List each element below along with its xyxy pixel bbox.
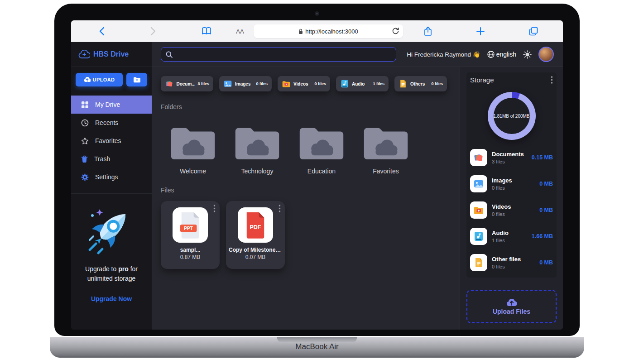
upgrade-text: Upgrade to pro for unlimited storage (85, 264, 138, 283)
folder-icon (169, 124, 216, 161)
chip-documents[interactable]: Docum... 3 files (161, 76, 213, 91)
sidebar-item-my-drive[interactable]: My Drive (71, 96, 152, 114)
file-name: Copy of Milestone 5 ... (229, 247, 282, 253)
cloud-upload-icon (84, 77, 91, 82)
share-button[interactable] (423, 26, 433, 37)
user-greeting: Hi Fredericka Raymond 👋 (407, 51, 480, 58)
webcam-dot (315, 11, 319, 16)
upload-files-dropzone[interactable]: Upload Files (466, 290, 557, 323)
storage-menu-icon[interactable] (551, 76, 553, 84)
files-heading: Files (161, 187, 451, 194)
chip-others[interactable]: Others 0 files (394, 76, 447, 91)
folder-education[interactable]: Education (289, 124, 354, 175)
file-size: 0.07 MB (245, 254, 266, 260)
new-tab-button[interactable] (475, 26, 486, 37)
folders-grid: Welcome Technology Education (161, 124, 451, 175)
pdf-file-icon: PDF (238, 207, 273, 243)
language-selector[interactable]: english (487, 51, 516, 58)
trash-icon (81, 155, 88, 163)
others-icon (470, 254, 487, 271)
audio-icon (470, 228, 487, 245)
upgrade-promo: Upgrade to pro for unlimited storage Upg… (71, 193, 152, 330)
browser-toolbar: AA http://localhost:3000 (71, 20, 563, 42)
file-menu-icon[interactable] (279, 205, 281, 212)
svg-text:PDF: PDF (250, 224, 261, 230)
file-card-ppt[interactable]: PPT sampl... 0.87 MB (161, 201, 220, 269)
upload-files-label: Upload Files (493, 308, 530, 315)
chip-videos[interactable]: Videos 0 files (278, 76, 330, 91)
sidebar-item-label: Favorites (95, 137, 121, 144)
reload-button[interactable] (392, 27, 399, 35)
upload-button-label: UPLOAD (93, 77, 115, 82)
grid-icon (81, 101, 89, 109)
storage-row-videos: Videos 0 files 0 MB (470, 197, 553, 223)
category-chips: Docum... 3 files Images 0 files Videos (161, 76, 451, 91)
folder-plus-icon (133, 77, 141, 83)
tabs-overview-button[interactable] (528, 26, 539, 37)
theme-toggle-sun-icon[interactable] (523, 50, 532, 59)
sidebar-item-label: Recents (95, 119, 118, 126)
others-icon (399, 79, 408, 88)
hbs-drive-app: HBS Drive UPLOAD (71, 42, 563, 330)
upload-button[interactable]: UPLOAD (76, 73, 123, 86)
aa-label: AA (236, 28, 244, 35)
star-icon (81, 137, 89, 145)
folder-icon (234, 124, 281, 161)
folder-favorites[interactable]: Favorites (354, 124, 418, 175)
file-menu-icon[interactable] (213, 205, 216, 212)
lock-icon (298, 29, 303, 34)
url-text: http://localhost:3000 (305, 28, 358, 35)
text-size-button[interactable]: AA (233, 26, 247, 37)
user-avatar[interactable] (538, 47, 554, 62)
back-button[interactable] (96, 26, 107, 37)
chip-audio[interactable]: Audio 1 files (336, 76, 389, 91)
globe-icon (487, 51, 495, 58)
search-box[interactable] (161, 47, 396, 62)
videos-icon (282, 79, 291, 88)
documents-icon (470, 149, 487, 166)
storage-title: Storage (470, 76, 494, 84)
storage-row-documents: Documents 3 files 0.15 MB (470, 144, 553, 171)
sidebar-item-recents[interactable]: Recents (71, 114, 152, 132)
documents-icon (165, 79, 173, 88)
bookmarks-icon[interactable] (201, 26, 212, 37)
sidebar-item-favorites[interactable]: Favorites (71, 132, 152, 150)
sidebar-item-label: My Drive (95, 101, 120, 108)
new-folder-button[interactable] (126, 73, 147, 86)
cloud-plus-logo-icon (78, 50, 90, 59)
app-logo: HBS Drive (71, 42, 152, 67)
folder-icon (298, 124, 345, 161)
chip-images[interactable]: Images 0 files (219, 76, 272, 91)
sidebar-item-label: Trash (94, 155, 110, 163)
upgrade-now-link[interactable]: Upgrade Now (91, 295, 132, 302)
cloud-upload-icon (506, 298, 517, 307)
folders-heading: Folders (161, 103, 451, 110)
upload-actions: UPLOAD (76, 73, 147, 86)
storage-panel: Storage 1.81MB of 200MB (460, 67, 563, 330)
file-card-pdf[interactable]: PDF Copy of Milestone 5 ... 0.07 MB (226, 201, 285, 269)
laptop-notch (277, 337, 357, 343)
ppt-file-icon: PPT (173, 207, 208, 243)
address-bar[interactable]: http://localhost:3000 (254, 24, 403, 38)
sidebar-item-settings[interactable]: Settings (71, 168, 152, 186)
topbar: Hi Fredericka Raymond 👋 english (152, 42, 563, 67)
storage-usage-label: 1.81MB of 200MB (488, 92, 536, 140)
rocket-illustration (82, 202, 140, 260)
folder-technology[interactable]: Technology (225, 124, 289, 175)
folder-icon (362, 124, 409, 161)
folder-welcome[interactable]: Welcome (161, 124, 225, 175)
storage-row-images: Images 0 files 0 MB (470, 171, 553, 197)
forward-button[interactable] (148, 26, 158, 37)
storage-row-audio: Audio 1 files 1.66 MB (470, 223, 553, 249)
sidebar-nav: My Drive Recents Favorites (71, 96, 152, 186)
search-icon (166, 51, 173, 58)
laptop-base: MacBook Air (50, 337, 584, 358)
storage-row-other-files: Other files 0 files 0 MB (470, 249, 553, 276)
audio-icon (340, 79, 349, 88)
storage-card: Storage 1.81MB of 200MB (466, 72, 557, 278)
images-icon (223, 79, 232, 88)
sidebar-item-trash[interactable]: Trash (71, 150, 152, 168)
laptop-frame: AA http://localhost:3000 (54, 4, 580, 336)
videos-icon (470, 201, 487, 219)
search-input[interactable] (176, 51, 391, 58)
